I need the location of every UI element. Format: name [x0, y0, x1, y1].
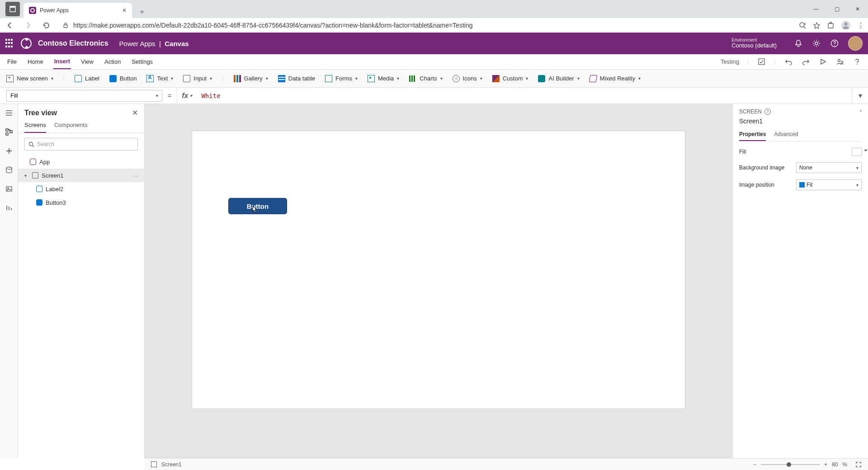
status-screen-name[interactable]: Screen1 [161, 461, 182, 468]
search-engine-icon[interactable] [799, 22, 807, 29]
address-bar[interactable]: https://make.powerapps.com/e/Default-22d… [58, 22, 793, 29]
undo-icon[interactable] [784, 57, 793, 66]
new-tab-button[interactable]: ＋ [136, 5, 148, 18]
svg-rect-16 [10, 131, 12, 133]
redo-icon[interactable] [801, 57, 810, 66]
back-button[interactable] [4, 19, 16, 32]
app-checker-icon[interactable] [757, 57, 766, 66]
svg-point-13 [857, 64, 858, 65]
app-launcher-icon[interactable] [5, 39, 14, 48]
svg-rect-4 [828, 24, 833, 28]
insert-gallery-button[interactable]: Gallery▾ [234, 75, 268, 82]
menu-view[interactable]: View [80, 54, 94, 69]
icons-icon: ☺ [453, 75, 460, 82]
insert-media-button[interactable]: Media▾ [368, 75, 399, 82]
zoom-in-button[interactable]: + [824, 461, 827, 468]
advanced-tools-rail-icon[interactable] [5, 203, 14, 212]
forward-button[interactable] [22, 19, 34, 32]
tree-node-app[interactable]: App [18, 155, 144, 169]
menu-action[interactable]: Action [104, 54, 122, 69]
design-canvas[interactable]: Button [192, 131, 685, 409]
close-window-button[interactable]: ✕ [847, 0, 868, 18]
window-menu-icon[interactable] [5, 2, 20, 16]
tab-properties[interactable]: Properties [739, 129, 766, 141]
canvas-area[interactable]: Button [145, 104, 732, 458]
close-panel-icon[interactable]: ✕ [132, 108, 138, 117]
collapse-icon[interactable]: ▾ [24, 173, 29, 178]
browser-menu-icon[interactable]: ⋮ [857, 21, 864, 30]
play-preview-icon[interactable] [818, 57, 827, 66]
insert-datatable-button[interactable]: Data table [278, 75, 315, 82]
screen-status-icon [151, 461, 157, 467]
fit-to-window-icon[interactable] [855, 461, 862, 468]
canvas-button-control[interactable]: Button [228, 198, 287, 214]
menu-help-icon[interactable] [853, 57, 862, 66]
tree-view-rail-icon[interactable] [5, 127, 14, 136]
new-screen-button[interactable]: New screen▾ [6, 75, 53, 82]
tab-close-icon[interactable]: ✕ [122, 7, 127, 14]
notifications-icon[interactable] [794, 39, 803, 48]
insert-text-button[interactable]: AText▾ [146, 75, 173, 82]
bgimage-select[interactable]: None▾ [796, 162, 862, 173]
menu-file[interactable]: File [6, 54, 18, 69]
tree-search-input[interactable]: Search [24, 138, 138, 150]
insert-button-button[interactable]: Button [109, 75, 137, 82]
settings-gear-icon[interactable] [812, 39, 821, 48]
env-label: Environment [731, 38, 777, 42]
app-name-label[interactable]: Testing [721, 58, 739, 65]
extensions-icon[interactable] [827, 22, 835, 29]
insert-icons-button[interactable]: ☺Icons▾ [453, 75, 482, 82]
insert-aibuilder-button[interactable]: AI Builder▾ [538, 75, 579, 82]
profile-icon[interactable] [841, 20, 851, 30]
insert-rail-icon[interactable] [5, 146, 14, 155]
insert-mixedreality-button[interactable]: Mixed Reality▾ [590, 75, 641, 82]
data-rail-icon[interactable] [5, 165, 14, 174]
formula-input[interactable]: White [197, 92, 852, 99]
menu-settings[interactable]: Settings [131, 54, 154, 69]
label-node-icon [36, 186, 42, 192]
hamburger-icon[interactable] [5, 108, 14, 118]
tab-advanced[interactable]: Advanced [774, 129, 798, 141]
insert-label-button[interactable]: Label [75, 75, 99, 82]
tree-node-label2[interactable]: Label2 [18, 182, 144, 196]
formula-bar: Fill ▾ = fx▾ White ▾ [0, 88, 868, 104]
forms-icon [325, 75, 332, 82]
property-selector[interactable]: Fill ▾ [6, 90, 162, 102]
prop-imgpos-row: Image position Fit▾ [739, 179, 862, 190]
formula-expand-icon[interactable]: ▾ [852, 88, 868, 103]
share-icon[interactable] [835, 57, 844, 66]
tree-node-button3[interactable]: Button3 [18, 196, 144, 209]
help-tooltip-icon[interactable]: ? [764, 108, 771, 115]
plus-icon [6, 75, 14, 82]
insert-custom-button[interactable]: Custom▾ [492, 75, 528, 82]
fill-color-picker[interactable] [852, 148, 862, 156]
maximize-button[interactable]: ▢ [826, 0, 847, 18]
user-avatar[interactable] [848, 36, 863, 51]
svg-rect-5 [830, 22, 831, 24]
environment-picker[interactable]: Environment Contoso (default) [731, 38, 777, 49]
imgpos-select[interactable]: Fit▾ [796, 179, 862, 190]
insert-charts-button[interactable]: Charts▾ [409, 75, 442, 82]
collapse-props-icon[interactable]: › [860, 108, 862, 114]
browser-tab[interactable]: Power Apps ✕ [24, 3, 132, 18]
minimize-button[interactable]: ― [806, 0, 826, 18]
media-rail-icon[interactable] [5, 184, 14, 193]
insert-forms-button[interactable]: Forms▾ [325, 75, 358, 82]
insert-input-button[interactable]: Input▾ [183, 75, 212, 82]
zoom-slider[interactable] [761, 464, 820, 465]
favorite-icon[interactable] [813, 22, 821, 29]
fx-label[interactable]: fx▾ [177, 88, 197, 103]
tab-components[interactable]: Components [54, 119, 88, 133]
help-icon[interactable] [830, 39, 839, 48]
reload-button[interactable] [40, 19, 52, 32]
zoom-out-button[interactable]: − [753, 461, 756, 468]
more-options-icon[interactable]: ··· [132, 172, 138, 179]
menu-insert[interactable]: Insert [53, 54, 71, 69]
selected-control-name[interactable]: Screen1 [739, 118, 862, 125]
menu-home[interactable]: Home [27, 54, 44, 69]
chevron-down-icon: ▾ [210, 76, 212, 81]
props-tabs: Properties Advanced [739, 129, 862, 141]
tree-node-screen1[interactable]: ▾ Screen1 ··· [18, 169, 144, 182]
chevron-down-icon: ▾ [856, 183, 859, 188]
tab-screens[interactable]: Screens [24, 119, 46, 133]
